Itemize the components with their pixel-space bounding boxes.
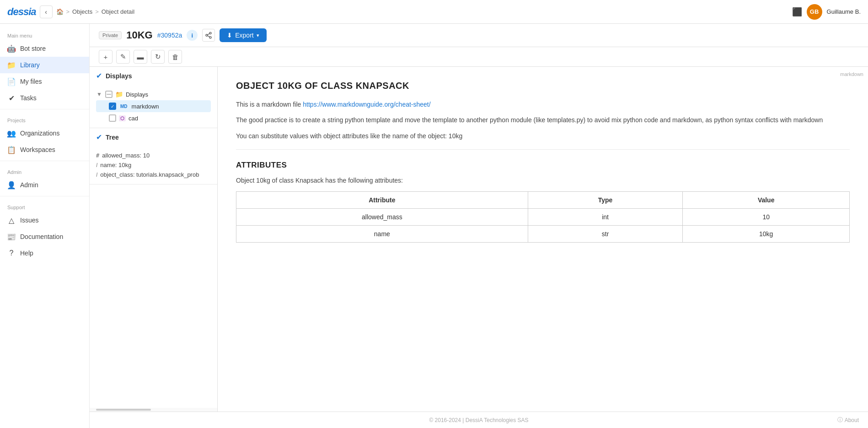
right-panel: markdown OBJECT 10KG OF CLASS KNAPSACK T… — [218, 67, 868, 412]
toolbar: + ✎ ▬ ↻ 🗑 — [90, 47, 868, 67]
markdown-link[interactable]: https://www.markdownguide.org/cheat-shee… — [303, 101, 430, 108]
about-icon: ⓘ — [837, 416, 843, 424]
col-attribute: Attribute — [236, 191, 528, 208]
left-panel-spacer — [90, 184, 217, 408]
folder-checkbox[interactable] — [105, 91, 113, 98]
cad-label: cad — [129, 115, 138, 122]
breadcrumb-home[interactable]: 🏠 — [56, 8, 64, 15]
sidebar-item-workspaces-label: Workspaces — [20, 146, 55, 153]
markdown-para-3: You can substitute values with object at… — [236, 131, 850, 141]
sidebar-item-bot-store[interactable]: 🤖 Bot store — [0, 40, 89, 57]
main-menu-label: Main menu — [0, 27, 89, 40]
private-badge: Private — [99, 31, 122, 39]
edit-button[interactable]: ✎ — [116, 50, 130, 64]
footer-copyright: © 2016-2024 | DessiA Technologies SAS — [429, 417, 528, 423]
markdown-panel-label: markdown — [840, 71, 863, 77]
topbar-left: dessia ‹ 🏠 > Objects > Object detail — [7, 5, 134, 18]
sidebar-item-tasks-label: Tasks — [20, 94, 37, 102]
folder-icon: 📁 — [115, 91, 123, 98]
object-name: 10KG — [126, 29, 152, 41]
breadcrumb: 🏠 > Objects > Object detail — [56, 8, 135, 15]
footer: © 2016-2024 | DessiA Technologies SAS ⓘ … — [90, 412, 868, 428]
topbar-right: ⬛ GB Guillaume B. — [792, 4, 861, 20]
sidebar-item-help[interactable]: ? Help — [0, 245, 89, 261]
displays-content: ▼ 📁 Displays ✓ MD — [90, 85, 217, 128]
collapse-icon[interactable]: ▼ — [96, 91, 102, 98]
tree-item-object-class-text: object_class: tutorials.knapsack_prob — [100, 171, 199, 178]
svg-point-2 — [209, 37, 211, 38]
duplicate-button[interactable]: ▬ — [134, 50, 147, 64]
delete-button[interactable]: 🗑 — [168, 50, 182, 64]
library-icon: 📁 — [7, 61, 16, 69]
share-button[interactable] — [202, 29, 215, 42]
tree-section: ✔ Tree # allowed_mass: 10 I name: 10kg — [90, 128, 217, 184]
displays-item-markdown[interactable]: ✓ MD markdown — [96, 100, 211, 112]
add-button[interactable]: + — [99, 50, 113, 64]
sidebar-item-organizations[interactable]: 👥 Organizations — [0, 125, 89, 141]
sidebar-item-organizations-label: Organizations — [20, 130, 59, 137]
row-1-value: 10 — [683, 208, 850, 225]
sidebar-item-library[interactable]: 📁 Library — [0, 57, 89, 73]
breadcrumb-objects[interactable]: Objects — [72, 8, 92, 15]
sidebar-item-issues-label: Issues — [20, 217, 38, 224]
support-label: Support — [0, 199, 89, 212]
sidebar-item-library-label: Library — [20, 61, 40, 69]
bot-store-icon: 🤖 — [7, 44, 16, 53]
table-header-row: Attribute Type Value — [236, 191, 850, 208]
displays-header: ✔ Displays — [90, 67, 217, 85]
user-name: Guillaume B. — [827, 8, 861, 15]
object-id: #30952a — [157, 32, 182, 39]
row-2-attribute: name — [236, 225, 528, 242]
tree-item-name-text: name: 10kg — [100, 162, 131, 168]
sidebar-item-my-files[interactable]: 📄 My files — [0, 73, 89, 90]
tree-item-name: I name: 10kg — [96, 160, 211, 170]
tree-item-allowed-mass-text: allowed_mass: 10 — [102, 152, 150, 159]
scroll-thumb[interactable] — [96, 409, 151, 411]
tasks-icon: ✔ — [7, 94, 16, 102]
markdown-type-icon: MD — [119, 103, 129, 109]
displays-folder-row[interactable]: ▼ 📁 Displays — [96, 88, 211, 100]
projects-label: Projects — [0, 112, 89, 125]
sidebar-item-documentation-label: Documentation — [20, 233, 63, 240]
row-2-type: str — [528, 225, 683, 242]
svg-line-3 — [208, 36, 210, 37]
displays-section: ✔ Displays ▼ 📁 Displays — [90, 67, 217, 128]
sidebar-item-admin[interactable]: 👤 Admin — [0, 177, 89, 193]
displays-folder-label: Displays — [126, 91, 148, 98]
workspaces-icon: 📋 — [7, 146, 16, 154]
sidebar-divider-3 — [0, 196, 89, 196]
cad-checkbox[interactable] — [109, 114, 116, 122]
tree-item-allowed-mass: # allowed_mass: 10 — [96, 151, 211, 160]
about-button[interactable]: ⓘ About — [837, 416, 859, 424]
italic-class-icon: I — [96, 172, 97, 178]
svg-line-4 — [208, 33, 210, 35]
refresh-button[interactable]: ↻ — [151, 50, 165, 64]
sidebar-item-documentation[interactable]: 📰 Documentation — [0, 228, 89, 245]
para-1-text-before: This is a markdown file — [236, 101, 303, 108]
displays-item-cad[interactable]: ⬡ cad — [96, 112, 211, 124]
sidebar-item-tasks[interactable]: ✔ Tasks — [0, 90, 89, 106]
export-button[interactable]: ⬇ Export ▾ — [220, 28, 266, 42]
tree-check-icon: ✔ — [96, 133, 102, 141]
markdown-title: OBJECT 10KG OF CLASS KNAPSACK — [236, 81, 850, 91]
markdown-checkbox[interactable]: ✓ — [109, 103, 116, 110]
logo[interactable]: dessia — [7, 6, 36, 18]
tree-header: ✔ Tree — [90, 128, 217, 146]
breadcrumb-current: Object detail — [102, 8, 134, 15]
row-1-attribute: allowed_mass — [236, 208, 528, 225]
tree-title: Tree — [106, 134, 119, 141]
svg-point-1 — [206, 34, 208, 36]
issues-icon: △ — [7, 216, 16, 224]
info-button[interactable]: i — [187, 30, 198, 41]
sidebar-item-help-label: Help — [20, 249, 33, 257]
svg-point-0 — [209, 32, 211, 34]
displays-title: Displays — [106, 72, 132, 80]
sidebar-item-workspaces[interactable]: 📋 Workspaces — [0, 141, 89, 158]
sidebar-item-issues[interactable]: △ Issues — [0, 212, 89, 228]
nav-back-button[interactable]: ‹ — [40, 5, 53, 18]
sidebar-divider-1 — [0, 109, 89, 109]
monitor-icon: ⬛ — [792, 7, 802, 17]
displays-check-icon: ✔ — [96, 71, 102, 80]
my-files-icon: 📄 — [7, 77, 16, 86]
help-icon: ? — [7, 249, 16, 257]
